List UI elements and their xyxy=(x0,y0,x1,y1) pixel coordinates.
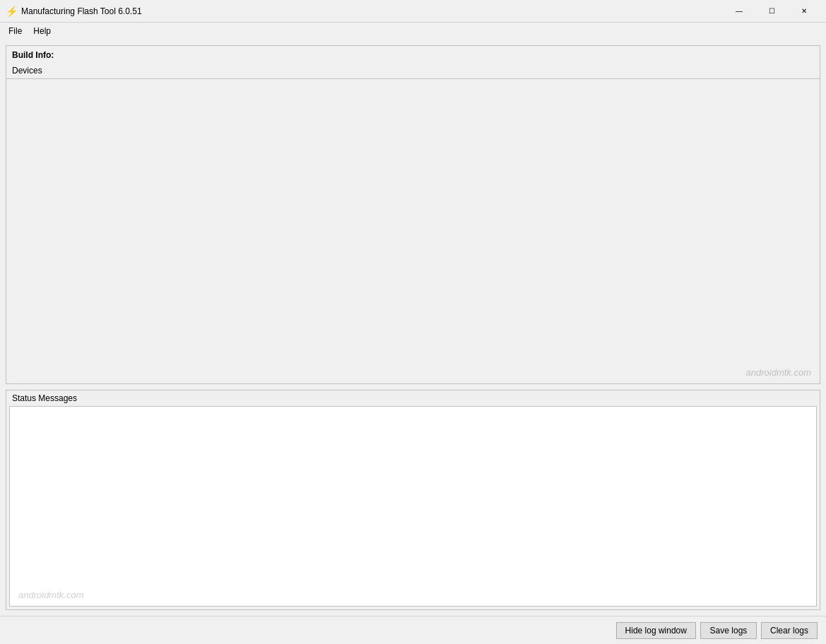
window-controls: — ☐ ✕ xyxy=(723,0,820,23)
status-log-content: androidmtk.com xyxy=(10,407,816,606)
main-content: Build Info: Devices androidmtk.com Statu… xyxy=(0,40,826,616)
hide-log-button[interactable]: Hide log window xyxy=(616,622,696,639)
title-bar-text: Manufacturing Flash Tool 6.0.51 xyxy=(21,6,723,16)
devices-area: androidmtk.com xyxy=(6,79,820,383)
build-info-watermark: androidmtk.com xyxy=(746,367,811,378)
status-watermark: androidmtk.com xyxy=(18,590,83,600)
status-header: Status Messages xyxy=(6,390,820,406)
maximize-button[interactable]: ☐ xyxy=(755,0,788,23)
status-log-area[interactable]: androidmtk.com xyxy=(9,406,817,607)
devices-label: Devices xyxy=(6,64,820,79)
menu-bar: File Help xyxy=(0,23,826,40)
bottom-bar: Hide log window Save logs Clear logs xyxy=(0,616,826,644)
build-info-header: Build Info: xyxy=(6,46,820,64)
title-bar: ⚡ Manufacturing Flash Tool 6.0.51 — ☐ ✕ xyxy=(0,0,826,23)
save-logs-button[interactable]: Save logs xyxy=(700,622,757,639)
app-icon: ⚡ xyxy=(6,6,17,17)
minimize-button[interactable]: — xyxy=(723,0,755,23)
menu-help[interactable]: Help xyxy=(28,25,57,37)
menu-file[interactable]: File xyxy=(3,25,28,37)
clear-logs-button[interactable]: Clear logs xyxy=(761,622,818,639)
build-info-section: Build Info: Devices androidmtk.com xyxy=(6,45,820,384)
close-button[interactable]: ✕ xyxy=(788,0,820,23)
status-section: Status Messages androidmtk.com xyxy=(6,390,820,610)
